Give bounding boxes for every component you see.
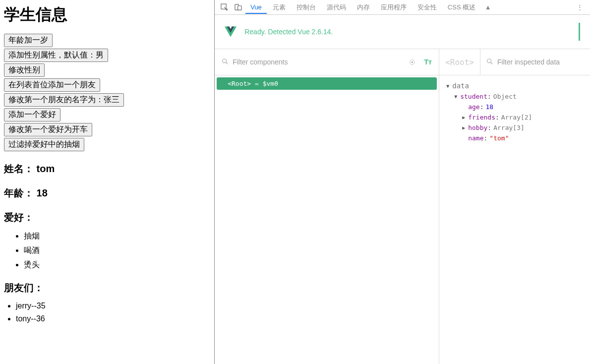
data-value: Array[3] [493, 124, 525, 131]
age-value: 18 [37, 187, 48, 198]
tab-application[interactable]: 应用程序 [376, 0, 412, 15]
colon: : [487, 93, 491, 100]
tree-row-name: <Root> [228, 80, 251, 87]
filter-inspected-input[interactable] [497, 58, 584, 66]
btn-mod-first-friend[interactable]: 修改第一个朋友的名字为：张三 [4, 93, 124, 107]
data-row[interactable]: hobby: Array[3] [446, 122, 583, 133]
inspector-body: <Root> = $vm0 data student: Objectage: 1… [215, 75, 590, 364]
hobby-label: 爱好： [4, 211, 210, 224]
data-value: "tom" [489, 134, 509, 142]
tab-console[interactable]: 控制台 [292, 0, 321, 15]
page-title: 学生信息 [4, 4, 210, 26]
data-key: friends [468, 114, 495, 121]
vue-status-bar: Ready. Detected Vue 2.6.14. [215, 15, 590, 49]
vue-status-text: Ready. Detected Vue 2.6.14. [244, 28, 333, 36]
chevron-down-icon[interactable] [454, 94, 460, 99]
name-row: 姓名： tom [4, 162, 210, 176]
data-row[interactable]: age: 18 [446, 102, 583, 112]
svg-line-8 [491, 62, 493, 64]
search-icon [222, 58, 229, 66]
list-item: jerry--35 [16, 302, 210, 310]
tree-row-root[interactable]: <Root> = $vm0 [217, 77, 437, 90]
root-breadcrumb: <Root> [439, 49, 480, 75]
age-label: 年龄： [4, 187, 34, 198]
search-icon [486, 58, 493, 66]
data-key: student [460, 93, 487, 100]
age-row: 年龄： 18 [4, 186, 210, 200]
svg-rect-2 [237, 6, 241, 10]
device-toolbar-icon[interactable] [234, 3, 242, 12]
tree-row-var: $vm0 [263, 80, 278, 87]
btn-add-friend-first[interactable]: 在列表首位添加一个朋友 [4, 78, 100, 92]
colon: : [487, 124, 491, 131]
chevron-right-icon[interactable] [462, 125, 468, 130]
select-component-icon[interactable] [408, 58, 416, 66]
tree-row-eq: = [251, 80, 262, 87]
list-item: tony--36 [16, 314, 210, 323]
hobby-list: 抽烟 喝酒 烫头 [4, 231, 210, 270]
chevron-down-icon[interactable] [446, 83, 452, 89]
data-key: age [468, 103, 479, 111]
svg-line-4 [226, 62, 228, 64]
inspect-element-icon[interactable] [220, 3, 229, 12]
expand-icon[interactable]: ▲ [483, 3, 492, 12]
app-pane: 学生信息 年龄加一岁 添加性别属性，默认值：男 修改性别 在列表首位添加一个朋友… [0, 0, 214, 364]
format-icon[interactable]: Tт [424, 58, 432, 66]
btn-filter-smoking[interactable]: 过滤掉爱好中的抽烟 [4, 138, 84, 151]
friends-list: jerry--35 tony--36 [4, 302, 210, 323]
data-value: 18 [486, 103, 494, 111]
data-row[interactable]: student: Object [446, 91, 583, 102]
svg-point-3 [223, 59, 227, 62]
data-value: Object [493, 93, 517, 100]
data-key: name [468, 134, 483, 142]
list-item: 抽烟 [24, 231, 210, 242]
friends-label: 朋友们： [4, 281, 210, 295]
data-section-header[interactable]: data [446, 80, 583, 91]
svg-point-6 [412, 61, 413, 63]
btn-add-hobby[interactable]: 添加一个爱好 [4, 108, 60, 121]
tab-vue[interactable]: Vue [245, 0, 267, 14]
tab-elements[interactable]: 元素 [268, 0, 291, 15]
data-panel: data student: Objectage: 18friends: Arra… [439, 75, 590, 364]
svg-point-7 [487, 59, 491, 62]
btn-age-inc[interactable]: 年龄加一岁 [4, 34, 53, 47]
data-key: hobby [468, 124, 487, 131]
vue-logo-icon [225, 26, 236, 38]
list-item: 烫头 [24, 260, 210, 270]
data-row[interactable]: friends: Array[2] [446, 112, 583, 122]
data-value: Array[2] [501, 114, 532, 121]
colon: : [480, 103, 484, 111]
colon: : [484, 134, 488, 142]
name-label: 姓名： [4, 163, 34, 174]
component-tree: <Root> = $vm0 [215, 75, 439, 364]
data-row[interactable]: name: "tom" [446, 133, 583, 143]
btn-add-gender[interactable]: 添加性别属性，默认值：男 [4, 49, 108, 62]
vue-status-indicator [579, 23, 580, 41]
tab-memory[interactable]: 内存 [352, 0, 375, 15]
btn-mod-gender[interactable]: 修改性别 [4, 63, 45, 77]
filter-components-box: Tт [215, 49, 439, 75]
chevron-right-icon[interactable] [462, 115, 468, 120]
inspector-header: Tт <Root> [215, 49, 590, 75]
more-tabs-icon[interactable]: ⋮ [573, 3, 587, 11]
name-value: tom [37, 163, 55, 174]
devtools-pane: Vue 元素 控制台 源代码 内存 应用程序 安全性 CSS 概述 ▲ ⋮ Re… [214, 0, 590, 364]
tab-security[interactable]: 安全性 [413, 0, 442, 15]
colon: : [495, 114, 499, 121]
filter-components-input[interactable] [233, 58, 404, 66]
btn-mod-first-hobby[interactable]: 修改第一个爱好为开车 [4, 123, 92, 136]
tab-css-overview[interactable]: CSS 概述 [443, 0, 480, 15]
tab-sources[interactable]: 源代码 [322, 0, 351, 15]
list-item: 喝酒 [24, 245, 210, 256]
devtools-tabs: Vue 元素 控制台 源代码 内存 应用程序 安全性 CSS 概述 ▲ ⋮ [215, 0, 590, 15]
filter-inspected-box [480, 49, 590, 75]
